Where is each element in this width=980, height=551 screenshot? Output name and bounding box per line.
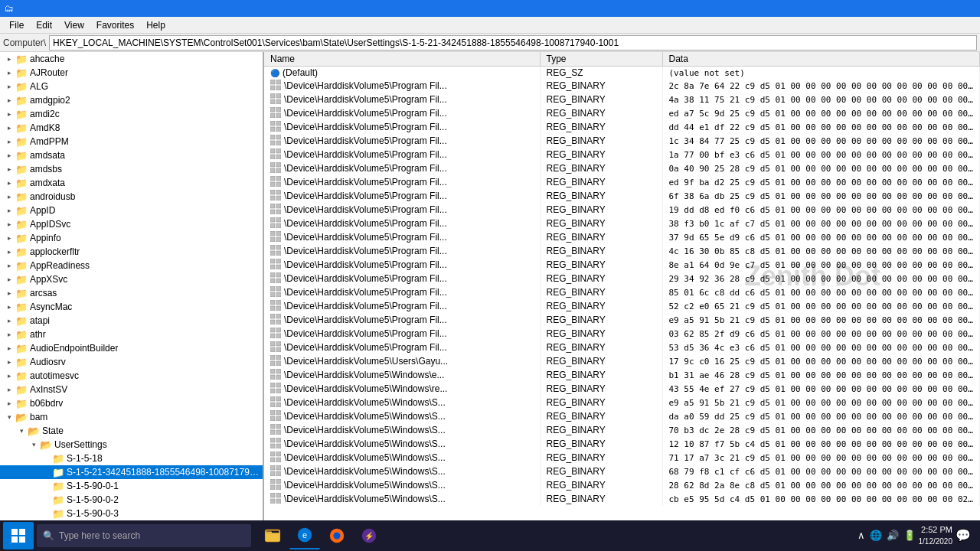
address-input[interactable] <box>49 35 977 51</box>
table-row[interactable]: \Device\HarddiskVolume5\Program Fil...RE… <box>264 148 980 161</box>
taskbar-search[interactable]: 🔍 Type here to search <box>37 524 251 547</box>
table-row[interactable]: \Device\HarddiskVolume5\Program Fil...RE… <box>264 161 980 175</box>
tree-item-Appinfo[interactable]: ▸📁Appinfo <box>0 231 263 245</box>
table-row[interactable]: \Device\HarddiskVolume5\Program Fil...RE… <box>264 217 980 230</box>
col-type[interactable]: Type <box>540 52 662 67</box>
table-row[interactable]: \Device\HarddiskVolume5\Program Fil...RE… <box>264 327 980 341</box>
table-row[interactable]: \Device\HarddiskVolume5\Program Fil...RE… <box>264 285 980 299</box>
table-row[interactable]: \Device\HarddiskVolume5\Windows\S...REG_… <box>264 409 980 423</box>
tree-item-amdgpio2[interactable]: ▸📁amdgpio2 <box>0 93 263 107</box>
tree-item-atapi[interactable]: ▸📁atapi <box>0 314 263 328</box>
svg-rect-117 <box>276 479 281 484</box>
table-row[interactable]: \Device\HarddiskVolume5\Windows\S...REG_… <box>264 396 980 409</box>
start-button[interactable] <box>3 522 34 549</box>
tree-item-ahcache[interactable]: ▸📁ahcache <box>0 52 263 66</box>
menu-favorites[interactable]: Favorites <box>90 18 140 32</box>
table-row[interactable]: \Device\HarddiskVolume5\Windows\re...REG… <box>264 382 980 396</box>
tree-item-AppIDSvc[interactable]: ▸📁AppIDSvc <box>0 217 263 231</box>
table-row[interactable]: \Device\HarddiskVolume5\Windows\S...REG_… <box>264 478 980 492</box>
tree-item-S-1-5-90-0-3[interactable]: 📁S-1-5-90-0-3 <box>0 507 263 520</box>
tray-volume-icon[interactable]: 🔊 <box>887 530 899 541</box>
tree-item-arcsas[interactable]: ▸📁arcsas <box>0 286 263 300</box>
tree-item-Audiosrv[interactable]: ▸📁Audiosrv <box>0 355 263 369</box>
tree-item-amdsata[interactable]: ▸📁amdsata <box>0 148 263 162</box>
tree-item-AmdPPM[interactable]: ▸📁AmdPPM <box>0 135 263 148</box>
tree-item-UserSettings[interactable]: ▾📂UserSettings <box>0 438 263 452</box>
col-name[interactable]: Name <box>264 52 540 67</box>
tray-battery-icon[interactable]: 🔋 <box>903 530 916 541</box>
tree-item-AsyncMac[interactable]: ▸📁AsyncMac <box>0 300 263 314</box>
tray-icon-1[interactable]: ∧ <box>858 530 865 541</box>
table-row[interactable]: \Device\HarddiskVolume5\Program Fil...RE… <box>264 258 980 272</box>
minimize-button[interactable] <box>926 1 942 16</box>
maximize-button[interactable] <box>943 1 959 16</box>
table-row[interactable]: \Device\HarddiskVolume5\Program Fil...RE… <box>264 106 980 120</box>
close-button[interactable] <box>960 1 975 16</box>
tree-item-AppID[interactable]: ▸📁AppID <box>0 204 263 217</box>
notification-icon[interactable]: 💬 <box>956 528 971 543</box>
tree-item-AJRouter[interactable]: ▸📁AJRouter <box>0 66 263 80</box>
tree-item-AxInstSV[interactable]: ▸📁AxInstSV <box>0 383 263 396</box>
menu-edit[interactable]: Edit <box>30 18 58 32</box>
tree-item-androidusb[interactable]: ▸📁androidusb <box>0 190 263 204</box>
table-row[interactable]: \Device\HarddiskVolume5\Program Fil...RE… <box>264 272 980 285</box>
tree-item-athr[interactable]: ▸📁athr <box>0 328 263 341</box>
tree-item-b06bdrv[interactable]: ▸📁b06bdrv <box>0 396 263 410</box>
name-label: \Device\HarddiskVolume5\Program Fil... <box>284 287 447 298</box>
table-row[interactable]: \Device\HarddiskVolume5\Windows\S...REG_… <box>264 492 980 506</box>
taskbar-app-firefox[interactable] <box>322 522 352 549</box>
table-row[interactable]: \Device\HarddiskVolume5\Program Fil...RE… <box>264 189 980 203</box>
svg-rect-69 <box>276 314 281 318</box>
menu-help[interactable]: Help <box>140 18 172 32</box>
tree-item-amdi2c[interactable]: ▸📁amdi2c <box>0 107 263 121</box>
menu-view[interactable]: View <box>58 18 90 32</box>
tree-item-amdxata[interactable]: ▸📁amdxata <box>0 176 263 190</box>
table-row[interactable]: \Device\HarddiskVolume5\Windows\S...REG_… <box>264 451 980 465</box>
svg-rect-40 <box>270 217 275 222</box>
tree-item-State[interactable]: ▾📂State <box>0 424 263 438</box>
table-row[interactable]: \Device\HarddiskVolume5\Program Fil...RE… <box>264 134 980 148</box>
tray-network-icon[interactable]: 🌐 <box>870 530 882 541</box>
table-row[interactable]: \Device\HarddiskVolume5\Program Fil...RE… <box>264 93 980 106</box>
app-window: 🗂 File Edit View Favorites Help Computer… <box>0 0 980 551</box>
tree-item-bam[interactable]: ▾📂bam <box>0 410 263 424</box>
taskbar-app-explorer[interactable] <box>257 522 288 549</box>
col-data[interactable]: Data <box>662 52 980 67</box>
table-row[interactable]: \Device\HarddiskVolume5\Program Fil...RE… <box>264 120 980 134</box>
table-row[interactable]: \Device\HarddiskVolume5\Program Fil...RE… <box>264 341 980 354</box>
clock[interactable]: 2:52 PM 1/12/2020 <box>919 524 953 546</box>
table-row[interactable]: \Device\HarddiskVolume5\Program Fil...RE… <box>264 313 980 327</box>
tree-item-autotimesvc[interactable]: ▸📁autotimesvc <box>0 369 263 383</box>
table-row[interactable]: \Device\HarddiskVolume5\Windows\S...REG_… <box>264 437 980 451</box>
tree-item-AmdK8[interactable]: ▸📁AmdK8 <box>0 121 263 135</box>
taskbar-app-other[interactable]: ⚡ <box>354 522 384 549</box>
svg-rect-46 <box>270 237 275 242</box>
table-row[interactable]: \Device\HarddiskVolume5\Program Fil...RE… <box>264 299 980 313</box>
table-row[interactable]: \Device\HarddiskVolume5\Windows\S...REG_… <box>264 423 980 437</box>
tree-label: arcsas <box>30 288 57 298</box>
table-row[interactable]: \Device\HarddiskVolume5\Program Fil...RE… <box>264 230 980 244</box>
tree-item-S-1-5-90-0-1[interactable]: 📁S-1-5-90-0-1 <box>0 479 263 493</box>
svg-rect-99 <box>276 416 281 421</box>
tree-item-S-1-5-18[interactable]: 📁S-1-5-18 <box>0 452 263 465</box>
taskbar-app-edge[interactable]: e <box>289 522 320 549</box>
table-row[interactable]: \Device\HarddiskVolume5\Windows\S...REG_… <box>264 465 980 478</box>
table-row[interactable]: 🔵(Default)REG_SZ(value not set) <box>264 67 980 80</box>
table-row[interactable]: \Device\HarddiskVolume5\Windows\e...REG_… <box>264 368 980 382</box>
tree-item-AudioEndpointBuilder[interactable]: ▸📁AudioEndpointBuilder <box>0 341 263 355</box>
tree-item-amdsbs[interactable]: ▸📁amdsbs <box>0 162 263 176</box>
table-row[interactable]: \Device\HarddiskVolume5\Program Fil...RE… <box>264 79 980 93</box>
tree-item-applockerfltr[interactable]: ▸📁applockerfltr <box>0 245 263 259</box>
table-row[interactable]: \Device\HarddiskVolume5\Program Fil...RE… <box>264 175 980 189</box>
tree-item-S-1-5-21-selected[interactable]: 📁S-1-5-21-342451888-1855546498-100871794… <box>0 465 263 479</box>
table-row[interactable]: \Device\HarddiskVolume5\Program Fil...RE… <box>264 244 980 258</box>
tree-item-ALG[interactable]: ▸📁ALG <box>0 80 263 93</box>
table-row[interactable]: \Device\HarddiskVolume5\Users\Gayu...REG… <box>264 354 980 368</box>
tree-item-AppReadiness[interactable]: ▸📁AppReadiness <box>0 259 263 272</box>
table-row[interactable]: \Device\HarddiskVolume5\Program Fil...RE… <box>264 203 980 217</box>
tree-item-AppXSvc[interactable]: ▸📁AppXSvc <box>0 272 263 286</box>
cell-type: REG_BINARY <box>540 79 662 93</box>
menu-file[interactable]: File <box>3 18 30 32</box>
tree-item-S-1-5-90-0-2[interactable]: 📁S-1-5-90-0-2 <box>0 493 263 507</box>
cell-data: 37 9d 65 5e d9 c6 d5 01 00 00 00 00 00 0… <box>662 230 980 244</box>
